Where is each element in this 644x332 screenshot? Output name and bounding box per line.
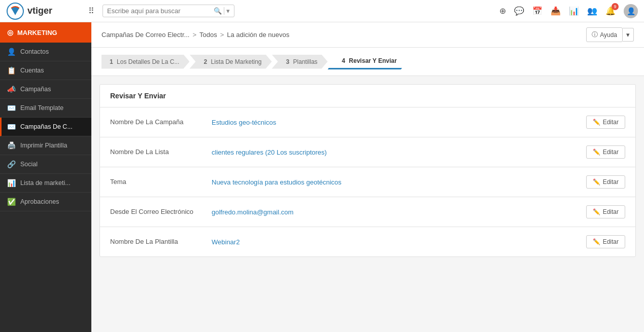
step-2[interactable]: 2 Lista De Marketing xyxy=(189,55,272,69)
edit-icon-0: ✏️ xyxy=(593,119,600,126)
step-3-num: 3 xyxy=(286,58,290,65)
step-3-label[interactable]: 3 Plantillas xyxy=(272,55,328,69)
review-value-4: Webinar2 xyxy=(212,238,586,246)
review-label-3: Desde El Correo Electrónico xyxy=(110,207,212,216)
review-label-0: Nombre De La Campaña xyxy=(110,118,212,127)
contacts-icon[interactable]: 👥 xyxy=(587,6,597,16)
edit-icon-4: ✏️ xyxy=(593,238,600,245)
review-value-3: golfredo.molina@gmail.com xyxy=(212,208,586,216)
sidebar-item-label-social: Social xyxy=(20,161,38,168)
logo-text: vtiger xyxy=(27,6,52,16)
step-3[interactable]: 3 Plantillas xyxy=(272,55,328,69)
sidebar-item-aprobaciones[interactable]: ✅ Aprobaciones xyxy=(0,193,91,211)
lista-marketing-icon: 📊 xyxy=(7,179,15,187)
main-layout: ◎ MARKETING 👤 Contactos 📋 Cuentas 📣 Camp… xyxy=(0,22,644,332)
imprimir-icon: 🖨️ xyxy=(7,141,15,150)
review-section: Revisar Y Enviar Nombre De La Campaña Es… xyxy=(99,84,636,257)
step-1-label[interactable]: 1 Los Detalles De La C... xyxy=(101,55,189,69)
step-1-num: 1 xyxy=(110,58,113,65)
sidebar-item-lista-marketing[interactable]: 📊 Lista de marketi... xyxy=(0,174,91,193)
edit-button-2[interactable]: ✏️ Editar xyxy=(586,175,625,189)
sidebar-header-label: MARKETING xyxy=(17,29,57,36)
avatar[interactable]: 👤 xyxy=(624,4,638,18)
sidebar-item-contactos[interactable]: 👤 Contactos xyxy=(0,43,91,61)
breadcrumb-sep1: > xyxy=(192,31,196,39)
breadcrumb: Campañas De Correo Electr... > Todos > L… xyxy=(101,31,289,39)
sidebar-item-label-contactos: Contactos xyxy=(20,48,49,55)
step-2-label[interactable]: 2 Lista De Marketing xyxy=(189,55,272,69)
calendar-icon[interactable]: 📅 xyxy=(532,6,543,16)
marketing-icon: ◎ xyxy=(7,28,13,36)
edit-button-0[interactable]: ✏️ Editar xyxy=(586,116,625,129)
edit-button-4[interactable]: ✏️ Editar xyxy=(586,235,625,248)
edit-label-3: Editar xyxy=(603,208,619,215)
sidebar-item-imprimir[interactable]: 🖨️ Imprimir Plantilla xyxy=(0,136,91,155)
logo: vtiger xyxy=(6,2,82,20)
breadcrumb-sep2: > xyxy=(220,31,224,39)
sidebar-item-label-cuentas: Cuentas xyxy=(20,67,44,74)
step-4-text: Revisar Y Enviar xyxy=(349,57,397,64)
sidebar-item-label-imprimir: Imprimir Plantilla xyxy=(20,142,67,149)
social-icon: 🔗 xyxy=(7,160,15,168)
help-button-group: ⓘ Ayuda ▾ xyxy=(586,27,634,42)
sidebar-item-email-template[interactable]: ✉️ Email Template xyxy=(0,99,91,118)
campanas-icon: 📣 xyxy=(7,85,15,93)
sidebar-item-campanas-correo[interactable]: ✉️ Campañas De C... xyxy=(0,118,91,136)
chat-icon[interactable]: 💬 xyxy=(514,6,524,16)
review-row-0: Nombre De La Campaña Estudios geo-técnic… xyxy=(100,107,635,137)
help-button[interactable]: ⓘ Ayuda xyxy=(586,27,623,42)
step-2-text: Lista De Marketing xyxy=(211,58,261,65)
sidebar-item-cuentas[interactable]: 📋 Cuentas xyxy=(0,61,91,80)
search-bar: 🔍 ▾ xyxy=(103,5,234,17)
add-icon[interactable]: ⊕ xyxy=(499,6,506,16)
review-row-3: Desde El Correo Electrónico golfredo.mol… xyxy=(100,197,635,227)
edit-button-3[interactable]: ✏️ Editar xyxy=(586,205,625,218)
steps-bar: 1 Los Detalles De La C... 2 Lista De Mar… xyxy=(91,48,644,76)
sidebar-item-label-email-template: Email Template xyxy=(20,104,63,112)
email-template-icon: ✉️ xyxy=(7,104,15,112)
edit-label-0: Editar xyxy=(603,119,619,126)
edit-icon-3: ✏️ xyxy=(593,208,600,215)
chart-icon[interactable]: 📊 xyxy=(569,6,579,16)
sidebar-item-social[interactable]: 🔗 Social xyxy=(0,155,91,174)
search-dropdown-button[interactable]: ▾ xyxy=(224,7,230,15)
search-button[interactable]: 🔍 xyxy=(214,7,222,15)
step-1-text: Los Detalles De La C... xyxy=(117,58,179,65)
help-dropdown-button[interactable]: ▾ xyxy=(623,28,634,42)
inbox-icon[interactable]: 📥 xyxy=(551,6,561,16)
review-value-0: Estudios geo-técnicos xyxy=(212,119,586,126)
edit-icon-2: ✏️ xyxy=(593,178,600,186)
breadcrumb-root[interactable]: Campañas De Correo Electr... xyxy=(101,31,189,39)
grid-icon[interactable]: ⠿ xyxy=(88,6,94,16)
step-4-num: 4 xyxy=(342,57,346,64)
edit-label-4: Editar xyxy=(603,238,619,245)
campanas-correo-icon: ✉️ xyxy=(7,123,15,131)
edit-button-1[interactable]: ✏️ Editar xyxy=(586,145,625,159)
step-1[interactable]: 1 Los Detalles De La C... xyxy=(101,55,189,69)
content-area: Campañas De Correo Electr... > Todos > L… xyxy=(91,22,644,332)
review-value-1: clientes regulares (20 Los suscriptores) xyxy=(212,149,586,156)
step-4-label[interactable]: 4 Revisar Y Enviar xyxy=(328,54,407,69)
step-2-num: 2 xyxy=(204,58,207,65)
review-label-1: Nombre De La Lista xyxy=(110,147,212,157)
edit-icon-1: ✏️ xyxy=(593,149,600,156)
review-label-4: Nombre De La Plantilla xyxy=(110,237,212,246)
sidebar-item-label-campanas-correo: Campañas De C... xyxy=(20,123,73,130)
sidebar-header: ◎ MARKETING xyxy=(0,22,91,43)
review-title: Revisar Y Enviar xyxy=(100,85,635,107)
step-4[interactable]: 4 Revisar Y Enviar xyxy=(328,54,407,69)
sidebar-item-label-campanas: Campañas xyxy=(20,86,51,93)
sidebar: ◎ MARKETING 👤 Contactos 📋 Cuentas 📣 Camp… xyxy=(0,22,91,332)
sidebar-item-campanas[interactable]: 📣 Campañas xyxy=(0,80,91,99)
topbar-icons: ⊕ 💬 📅 📥 📊 👥 🔔 9 👤 xyxy=(499,4,638,18)
breadcrumb-bar: Campañas De Correo Electr... > Todos > L… xyxy=(91,22,644,48)
edit-label-2: Editar xyxy=(603,178,619,186)
notifications-icon[interactable]: 🔔 9 xyxy=(605,6,616,16)
breadcrumb-todos[interactable]: Todos xyxy=(199,31,217,39)
review-row-2: Tema Nueva tecnología para estudios geot… xyxy=(100,167,635,197)
review-value-2: Nueva tecnología para estudios geotécnic… xyxy=(212,178,586,186)
help-circle-icon: ⓘ xyxy=(592,30,598,39)
search-input[interactable] xyxy=(107,7,212,15)
contactos-icon: 👤 xyxy=(7,48,15,56)
edit-label-1: Editar xyxy=(603,149,619,156)
